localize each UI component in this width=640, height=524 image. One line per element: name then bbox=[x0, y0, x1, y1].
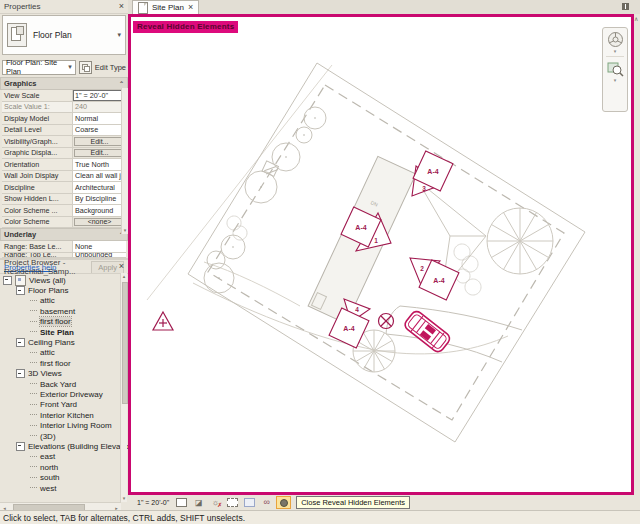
tree-item-west[interactable]: west bbox=[2, 483, 128, 493]
tree-canopies[interactable] bbox=[204, 107, 326, 293]
shadows-icon[interactable]: ◪ bbox=[191, 496, 206, 509]
house-footprint[interactable]: DN bbox=[308, 156, 486, 323]
tree-item-south[interactable]: south bbox=[2, 472, 128, 482]
tab-site-plan[interactable]: Site Plan × bbox=[132, 0, 199, 14]
steering-wheel-icon[interactable] bbox=[607, 31, 624, 48]
tree-item-north[interactable]: north bbox=[2, 462, 128, 472]
expander-icon[interactable] bbox=[16, 338, 25, 347]
drawing-canvas[interactable]: DN bbox=[128, 14, 634, 495]
tree-item-interior-kitchen[interactable]: Interior Kitchen bbox=[2, 410, 128, 420]
color-scheme-location-value[interactable]: Background bbox=[73, 205, 126, 216]
drawing-region: Site Plan × ∧ bbox=[128, 0, 640, 510]
scroll-up-icon[interactable]: ▴ bbox=[121, 273, 127, 280]
instance-selector[interactable]: Floor Plan: Site Plan ▾ bbox=[2, 60, 76, 75]
discipline-value[interactable]: Architectural bbox=[73, 182, 126, 193]
temporary-hide-isolate-icon[interactable]: ∞ bbox=[259, 496, 274, 509]
site-plan-drawing: DN bbox=[131, 17, 631, 492]
edit-type-button[interactable]: Edit Type bbox=[95, 63, 126, 72]
svg-text:A-4: A-4 bbox=[433, 277, 444, 284]
show-hidden-lines-value[interactable]: By Discipline bbox=[73, 194, 126, 205]
close-icon[interactable]: × bbox=[119, 2, 124, 11]
scale-button[interactable]: 1" = 20'-0" bbox=[134, 498, 172, 507]
visibility-edit-button[interactable]: Edit... bbox=[74, 137, 125, 146]
tree-item-elevations[interactable]: Elevations (Building Elevation bbox=[2, 441, 128, 451]
type-selector[interactable]: Floor Plan ▾ bbox=[2, 15, 126, 55]
reveal-hidden-elements-icon[interactable] bbox=[276, 496, 291, 509]
property-label: Show Hidden L... bbox=[2, 194, 73, 205]
property-boundary[interactable] bbox=[188, 63, 585, 442]
orientation-value[interactable]: True North bbox=[73, 159, 126, 170]
chevron-down-icon[interactable]: ▾ bbox=[117, 31, 121, 39]
detail-level-value[interactable]: Coarse bbox=[73, 125, 126, 136]
elevation-marker-3[interactable]: A-4 3 bbox=[412, 151, 453, 196]
close-icon[interactable]: × bbox=[188, 3, 193, 12]
tree-item-attic[interactable]: attic bbox=[2, 296, 128, 306]
elevation-marker-2[interactable]: A-4 2 bbox=[410, 258, 459, 300]
properties-scrollbar[interactable]: ▾ bbox=[121, 88, 128, 234]
expander-icon[interactable] bbox=[16, 286, 25, 295]
zoom-region-icon[interactable] bbox=[607, 60, 624, 77]
display-model-value[interactable]: Normal bbox=[73, 113, 126, 124]
chevron-down-icon[interactable]: ▾ bbox=[614, 78, 617, 82]
sun-path-icon[interactable]: ☼✗ bbox=[208, 496, 223, 509]
property-row: Show Hidden L... By Discipline bbox=[2, 194, 126, 206]
scroll-thumb[interactable] bbox=[122, 282, 128, 404]
range-base-value[interactable]: None bbox=[73, 241, 126, 252]
setback-dashed-line[interactable] bbox=[208, 85, 564, 420]
type-selector-label: Floor Plan bbox=[33, 30, 111, 40]
tree-item-3d-views[interactable]: 3D Views bbox=[2, 369, 128, 379]
expander-icon[interactable] bbox=[3, 276, 12, 285]
survey-point-triangle[interactable] bbox=[153, 312, 173, 330]
edit-type-icon[interactable] bbox=[79, 61, 92, 74]
expander-icon[interactable] bbox=[16, 369, 25, 378]
views-icon bbox=[15, 275, 26, 286]
tree-item-views-all[interactable]: Views (all) bbox=[2, 275, 128, 285]
tree-item-interior-living-room[interactable]: Interior Living Room bbox=[2, 420, 128, 430]
tree-item-back-yard[interactable]: Back Yard bbox=[2, 379, 128, 389]
reveal-hidden-banner: Reveal Hidden Elements bbox=[133, 21, 238, 33]
chevron-up-icon[interactable]: ∧ bbox=[634, 15, 638, 22]
underlay-section-header[interactable]: Underlay ⌃ bbox=[0, 228, 128, 241]
browser-vscrollbar[interactable]: ▴ ▾ bbox=[120, 273, 127, 502]
tree-item-front-yard[interactable]: Front Yard bbox=[2, 400, 128, 410]
range-top-value[interactable]: Unbounded bbox=[73, 253, 126, 257]
tree-item-first-floor[interactable]: first floor bbox=[2, 317, 128, 327]
project-browser-header: Project Browser - Residential_Samp... × bbox=[0, 260, 128, 274]
tree-item-ceiling-plans[interactable]: Ceiling Plans bbox=[2, 337, 128, 347]
visual-style-icon[interactable] bbox=[174, 496, 189, 509]
property-label: Scale Value 1: bbox=[2, 102, 73, 113]
property-label: Graphic Displa... bbox=[2, 148, 73, 159]
collapse-icon[interactable]: ⌃ bbox=[119, 80, 124, 87]
pin-icon[interactable] bbox=[622, 3, 629, 10]
expander-icon[interactable] bbox=[16, 442, 25, 451]
tree-item-3d[interactable]: (3D) bbox=[2, 431, 128, 441]
property-label: Detail Level bbox=[2, 125, 73, 136]
graphics-section-header[interactable]: Graphics ⌃ bbox=[0, 77, 128, 90]
tree-item-attic-ceiling[interactable]: attic bbox=[2, 348, 128, 358]
wall-join-value[interactable]: Clean all wall joi... bbox=[73, 171, 126, 182]
twig bbox=[30, 300, 37, 302]
graphic-display-edit-button[interactable]: Edit... bbox=[74, 149, 125, 158]
crop-view-icon[interactable] bbox=[225, 496, 240, 509]
scroll-down-icon[interactable]: ▾ bbox=[121, 495, 127, 502]
twig bbox=[30, 414, 37, 416]
tree-item-basement[interactable]: basement bbox=[2, 306, 128, 316]
crossed-circle-symbol[interactable] bbox=[379, 314, 394, 329]
view-scale-value[interactable]: 1" = 20'-0" bbox=[73, 90, 126, 101]
tree-item-first-floor-ceiling[interactable]: first floor bbox=[2, 358, 128, 368]
tree-item-floor-plans[interactable]: Floor Plans bbox=[2, 285, 128, 295]
property-label: Range: Top Le... bbox=[2, 253, 73, 257]
property-label: View Scale bbox=[2, 90, 73, 101]
svg-text:3: 3 bbox=[422, 185, 426, 192]
view-tab-bar: Site Plan × bbox=[128, 0, 640, 14]
property-row: Scale Value 1: 240 bbox=[2, 102, 126, 114]
car-entourage[interactable] bbox=[403, 309, 452, 354]
tree-item-exterior-driveway[interactable]: Exterior Driveway bbox=[2, 389, 128, 399]
tree-item-site-plan[interactable]: Site Plan bbox=[2, 327, 128, 337]
color-scheme-button[interactable]: <none> bbox=[74, 218, 125, 227]
chevron-down-icon[interactable]: ▾ bbox=[614, 49, 617, 53]
close-icon[interactable]: × bbox=[119, 262, 124, 271]
revit-window: { "colors": { "accent_magenta": "#C9086F… bbox=[0, 0, 640, 524]
crop-region-icon[interactable] bbox=[242, 496, 257, 509]
tree-item-east[interactable]: east bbox=[2, 452, 128, 462]
